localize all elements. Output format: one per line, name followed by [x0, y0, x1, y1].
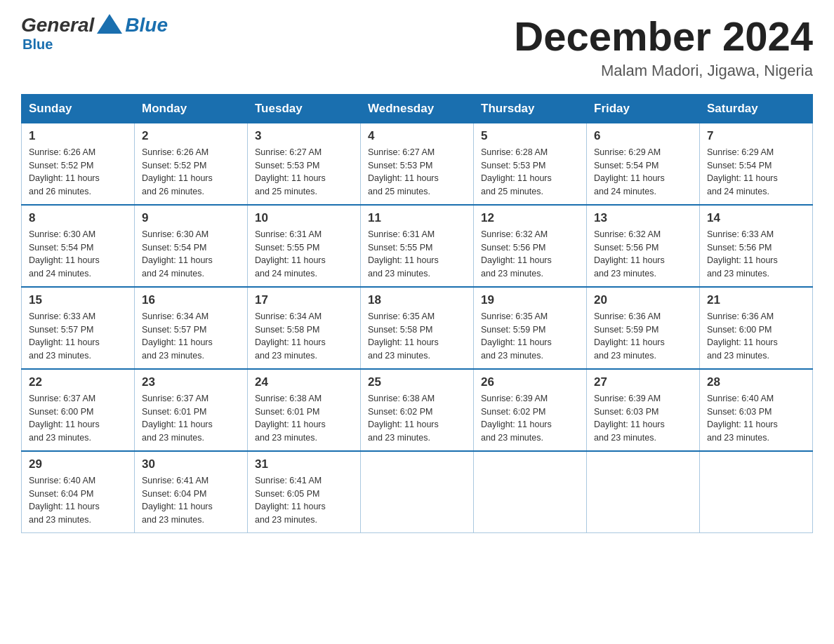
day-info: Sunrise: 6:40 AM Sunset: 6:03 PM Dayligh… [707, 392, 805, 445]
day-number: 15 [29, 293, 127, 307]
calendar-cell: 15 Sunrise: 6:33 AM Sunset: 5:57 PM Dayl… [22, 287, 135, 369]
logo-general-text: General [21, 14, 94, 36]
calendar-cell: 20 Sunrise: 6:36 AM Sunset: 5:59 PM Dayl… [587, 287, 700, 369]
day-info: Sunrise: 6:34 AM Sunset: 5:58 PM Dayligh… [255, 310, 353, 363]
day-number: 4 [368, 129, 466, 143]
calendar-cell: 23 Sunrise: 6:37 AM Sunset: 6:01 PM Dayl… [135, 369, 248, 451]
day-info: Sunrise: 6:32 AM Sunset: 5:56 PM Dayligh… [481, 228, 579, 281]
calendar-table: SundayMondayTuesdayWednesdayThursdayFrid… [21, 94, 813, 533]
day-info: Sunrise: 6:31 AM Sunset: 5:55 PM Dayligh… [255, 228, 353, 281]
calendar-cell: 25 Sunrise: 6:38 AM Sunset: 6:02 PM Dayl… [361, 369, 474, 451]
day-number: 3 [255, 129, 353, 143]
day-number: 14 [707, 211, 805, 225]
day-info: Sunrise: 6:38 AM Sunset: 6:02 PM Dayligh… [368, 392, 466, 445]
day-number: 17 [255, 293, 353, 307]
day-info: Sunrise: 6:32 AM Sunset: 5:56 PM Dayligh… [594, 228, 692, 281]
day-number: 16 [142, 293, 240, 307]
day-info: Sunrise: 6:36 AM Sunset: 5:59 PM Dayligh… [594, 310, 692, 363]
calendar-cell: 6 Sunrise: 6:29 AM Sunset: 5:54 PM Dayli… [587, 123, 700, 205]
day-info: Sunrise: 6:26 AM Sunset: 5:52 PM Dayligh… [142, 146, 240, 199]
day-number: 27 [594, 375, 692, 389]
logo-arrow-icon [97, 14, 122, 34]
day-info: Sunrise: 6:35 AM Sunset: 5:58 PM Dayligh… [368, 310, 466, 363]
day-info: Sunrise: 6:30 AM Sunset: 5:54 PM Dayligh… [142, 228, 240, 281]
day-info: Sunrise: 6:29 AM Sunset: 5:54 PM Dayligh… [594, 146, 692, 199]
calendar-cell: 27 Sunrise: 6:39 AM Sunset: 6:03 PM Dayl… [587, 369, 700, 451]
page-header: General Blue Blue December 2024 Malam Ma… [21, 14, 813, 80]
calendar-cell [700, 451, 813, 533]
day-number: 20 [594, 293, 692, 307]
column-header-wednesday: Wednesday [361, 94, 474, 123]
logo: General Blue Blue [21, 14, 168, 53]
day-info: Sunrise: 6:29 AM Sunset: 5:54 PM Dayligh… [707, 146, 805, 199]
calendar-cell: 18 Sunrise: 6:35 AM Sunset: 5:58 PM Dayl… [361, 287, 474, 369]
logo-bottom-text: Blue [22, 36, 53, 53]
day-info: Sunrise: 6:35 AM Sunset: 5:59 PM Dayligh… [481, 310, 579, 363]
day-info: Sunrise: 6:33 AM Sunset: 5:57 PM Dayligh… [29, 310, 127, 363]
calendar-cell: 8 Sunrise: 6:30 AM Sunset: 5:54 PM Dayli… [22, 205, 135, 287]
day-number: 6 [594, 129, 692, 143]
day-info: Sunrise: 6:39 AM Sunset: 6:03 PM Dayligh… [594, 392, 692, 445]
column-header-monday: Monday [135, 94, 248, 123]
day-number: 11 [368, 211, 466, 225]
day-info: Sunrise: 6:36 AM Sunset: 6:00 PM Dayligh… [707, 310, 805, 363]
day-info: Sunrise: 6:34 AM Sunset: 5:57 PM Dayligh… [142, 310, 240, 363]
calendar-cell: 3 Sunrise: 6:27 AM Sunset: 5:53 PM Dayli… [248, 123, 361, 205]
logo-blue-text: Blue [125, 14, 168, 36]
calendar-cell: 9 Sunrise: 6:30 AM Sunset: 5:54 PM Dayli… [135, 205, 248, 287]
column-header-tuesday: Tuesday [248, 94, 361, 123]
column-header-sunday: Sunday [22, 94, 135, 123]
calendar-cell: 24 Sunrise: 6:38 AM Sunset: 6:01 PM Dayl… [248, 369, 361, 451]
calendar-week-row: 8 Sunrise: 6:30 AM Sunset: 5:54 PM Dayli… [22, 205, 813, 287]
day-number: 19 [481, 293, 579, 307]
location-title: Malam Madori, Jigawa, Nigeria [514, 62, 813, 80]
title-block: December 2024 Malam Madori, Jigawa, Nige… [514, 14, 813, 80]
calendar-cell: 22 Sunrise: 6:37 AM Sunset: 6:00 PM Dayl… [22, 369, 135, 451]
column-header-saturday: Saturday [700, 94, 813, 123]
day-number: 10 [255, 211, 353, 225]
calendar-cell: 11 Sunrise: 6:31 AM Sunset: 5:55 PM Dayl… [361, 205, 474, 287]
day-info: Sunrise: 6:26 AM Sunset: 5:52 PM Dayligh… [29, 146, 127, 199]
day-info: Sunrise: 6:37 AM Sunset: 6:01 PM Dayligh… [142, 392, 240, 445]
day-info: Sunrise: 6:37 AM Sunset: 6:00 PM Dayligh… [29, 392, 127, 445]
day-number: 13 [594, 211, 692, 225]
day-info: Sunrise: 6:41 AM Sunset: 6:04 PM Dayligh… [142, 474, 240, 527]
calendar-cell: 4 Sunrise: 6:27 AM Sunset: 5:53 PM Dayli… [361, 123, 474, 205]
month-title: December 2024 [514, 14, 813, 59]
day-number: 9 [142, 211, 240, 225]
calendar-cell: 30 Sunrise: 6:41 AM Sunset: 6:04 PM Dayl… [135, 451, 248, 533]
calendar-cell: 13 Sunrise: 6:32 AM Sunset: 5:56 PM Dayl… [587, 205, 700, 287]
calendar-cell: 5 Sunrise: 6:28 AM Sunset: 5:53 PM Dayli… [474, 123, 587, 205]
calendar-cell [361, 451, 474, 533]
column-header-friday: Friday [587, 94, 700, 123]
day-number: 7 [707, 129, 805, 143]
calendar-cell: 17 Sunrise: 6:34 AM Sunset: 5:58 PM Dayl… [248, 287, 361, 369]
day-number: 5 [481, 129, 579, 143]
calendar-cell: 16 Sunrise: 6:34 AM Sunset: 5:57 PM Dayl… [135, 287, 248, 369]
day-number: 25 [368, 375, 466, 389]
calendar-header-row: SundayMondayTuesdayWednesdayThursdayFrid… [22, 94, 813, 123]
day-number: 2 [142, 129, 240, 143]
day-info: Sunrise: 6:39 AM Sunset: 6:02 PM Dayligh… [481, 392, 579, 445]
day-info: Sunrise: 6:27 AM Sunset: 5:53 PM Dayligh… [368, 146, 466, 199]
day-number: 29 [29, 457, 127, 471]
calendar-cell: 1 Sunrise: 6:26 AM Sunset: 5:52 PM Dayli… [22, 123, 135, 205]
calendar-cell [587, 451, 700, 533]
calendar-cell [474, 451, 587, 533]
calendar-cell: 10 Sunrise: 6:31 AM Sunset: 5:55 PM Dayl… [248, 205, 361, 287]
day-info: Sunrise: 6:33 AM Sunset: 5:56 PM Dayligh… [707, 228, 805, 281]
day-number: 12 [481, 211, 579, 225]
calendar-cell: 29 Sunrise: 6:40 AM Sunset: 6:04 PM Dayl… [22, 451, 135, 533]
calendar-week-row: 22 Sunrise: 6:37 AM Sunset: 6:00 PM Dayl… [22, 369, 813, 451]
day-info: Sunrise: 6:40 AM Sunset: 6:04 PM Dayligh… [29, 474, 127, 527]
calendar-week-row: 15 Sunrise: 6:33 AM Sunset: 5:57 PM Dayl… [22, 287, 813, 369]
calendar-week-row: 29 Sunrise: 6:40 AM Sunset: 6:04 PM Dayl… [22, 451, 813, 533]
calendar-cell: 12 Sunrise: 6:32 AM Sunset: 5:56 PM Dayl… [474, 205, 587, 287]
calendar-cell: 21 Sunrise: 6:36 AM Sunset: 6:00 PM Dayl… [700, 287, 813, 369]
day-number: 30 [142, 457, 240, 471]
column-header-thursday: Thursday [474, 94, 587, 123]
day-number: 24 [255, 375, 353, 389]
day-info: Sunrise: 6:28 AM Sunset: 5:53 PM Dayligh… [481, 146, 579, 199]
calendar-cell: 14 Sunrise: 6:33 AM Sunset: 5:56 PM Dayl… [700, 205, 813, 287]
day-number: 31 [255, 457, 353, 471]
